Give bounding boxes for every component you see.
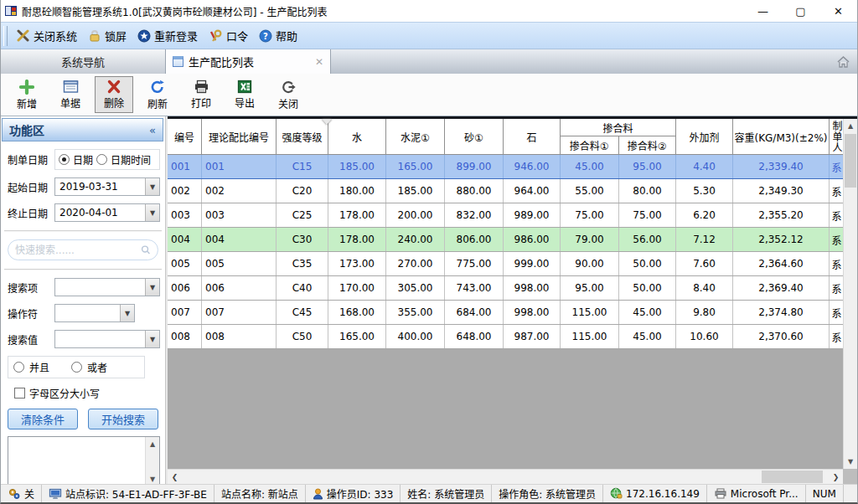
- chevron-down-icon[interactable]: ▼: [145, 279, 159, 296]
- table-cell[interactable]: C30: [277, 228, 328, 251]
- table-cell[interactable]: 964.00: [504, 179, 561, 203]
- search-value-select[interactable]: ▼: [54, 330, 160, 348]
- table-cell[interactable]: 7.60: [676, 252, 733, 275]
- scroll-down-icon[interactable]: ▼: [146, 472, 159, 484]
- delete-button[interactable]: 删除: [95, 76, 133, 113]
- table-cell[interactable]: 2,352.12: [733, 228, 830, 251]
- table-cell[interactable]: 989.00: [504, 203, 561, 227]
- column-header-admixture2[interactable]: 掺合料②: [619, 136, 676, 154]
- table-cell[interactable]: 165.00: [328, 325, 386, 348]
- refresh-button[interactable]: 刷新: [138, 76, 177, 113]
- toolbar-gripper[interactable]: [3, 26, 8, 46]
- scroll-right-icon[interactable]: ❯: [829, 470, 843, 484]
- table-cell[interactable]: 178.00: [328, 228, 386, 251]
- date-radio[interactable]: [59, 154, 70, 165]
- table-cell[interactable]: 006: [168, 276, 202, 300]
- search-icon[interactable]: [141, 244, 151, 256]
- table-cell[interactable]: 001: [168, 155, 202, 178]
- table-cell[interactable]: 880.00: [445, 179, 504, 203]
- table-cell[interactable]: 170.00: [328, 276, 386, 300]
- table-cell[interactable]: 946.00: [504, 155, 561, 178]
- password-button[interactable]: 口令: [204, 25, 255, 46]
- table-cell[interactable]: 180.00: [328, 179, 386, 203]
- add-button[interactable]: 新增: [8, 76, 46, 113]
- table-cell[interactable]: 998.00: [504, 276, 561, 300]
- table-cell[interactable]: 45.00: [619, 325, 676, 348]
- close-system-button[interactable]: 关闭系统: [12, 25, 84, 46]
- search-item-select[interactable]: ▼: [54, 278, 160, 296]
- table-cell[interactable]: 173.00: [328, 252, 386, 275]
- quick-search-box[interactable]: [8, 239, 158, 260]
- column-header-density[interactable]: 容重(KG/M3)(±2%): [733, 119, 830, 155]
- tab-system-nav[interactable]: 系统导航: [1, 49, 166, 74]
- column-header-water[interactable]: 水: [328, 119, 386, 155]
- table-cell[interactable]: 80.00: [619, 179, 676, 203]
- table-cell[interactable]: 115.00: [561, 301, 619, 324]
- column-header-sand[interactable]: 砂①: [445, 119, 504, 155]
- table-cell[interactable]: 001: [202, 155, 277, 178]
- table-cell[interactable]: 684.00: [445, 301, 504, 324]
- table-cell[interactable]: 45.00: [561, 155, 619, 178]
- column-header-theory-id[interactable]: 理论配比编号: [202, 119, 277, 155]
- start-date-picker[interactable]: 2019-03-31 ▼: [54, 177, 160, 196]
- table-cell[interactable]: 6.20: [676, 203, 733, 227]
- table-cell[interactable]: C45: [277, 301, 328, 324]
- table-cell[interactable]: 004: [202, 228, 277, 251]
- scroll-up-icon[interactable]: ▲: [146, 437, 159, 450]
- table-cell[interactable]: 2,370.60: [733, 325, 830, 348]
- table-row[interactable]: 005005C35173.00270.00775.00999.0090.0050…: [168, 252, 845, 276]
- table-cell[interactable]: 5.30: [676, 179, 733, 203]
- table-cell[interactable]: 775.00: [445, 252, 504, 275]
- print-button[interactable]: 打印: [182, 76, 220, 113]
- table-cell[interactable]: 006: [202, 276, 277, 300]
- table-cell[interactable]: 200.00: [386, 203, 445, 227]
- horizontal-scroll-thumb[interactable]: [762, 471, 823, 483]
- table-cell[interactable]: 007: [202, 301, 277, 324]
- table-cell[interactable]: 004: [168, 228, 202, 251]
- table-cell[interactable]: 95.00: [619, 155, 676, 178]
- table-cell[interactable]: 305.00: [386, 276, 445, 300]
- quick-search-input[interactable]: [15, 244, 141, 256]
- table-cell[interactable]: C15: [277, 155, 328, 178]
- table-cell[interactable]: 648.00: [445, 325, 504, 348]
- column-header-admixture[interactable]: 掺合料: [561, 119, 675, 136]
- column-header-cement[interactable]: 水泥①: [386, 119, 445, 155]
- tab-close-icon[interactable]: ✕: [315, 56, 323, 68]
- table-cell[interactable]: 400.00: [386, 325, 445, 348]
- close-button[interactable]: ✕: [819, 0, 857, 22]
- listbox-scrollbar[interactable]: ▲ ▼: [145, 437, 159, 484]
- export-button[interactable]: 导出: [225, 76, 264, 113]
- maximize-button[interactable]: ▢: [782, 0, 819, 22]
- help-button[interactable]: ? 帮助: [255, 25, 304, 46]
- table-cell[interactable]: 168.00: [328, 301, 386, 324]
- table-cell[interactable]: 45.00: [619, 301, 676, 324]
- table-cell[interactable]: 185.00: [386, 179, 445, 203]
- table-cell[interactable]: C20: [277, 179, 328, 203]
- table-row[interactable]: 001001C15185.00165.00899.00946.0045.0095…: [168, 154, 845, 179]
- table-cell[interactable]: 2,349.30: [733, 179, 830, 203]
- table-row[interactable]: 002002C20180.00185.00880.00964.0055.0080…: [168, 179, 845, 203]
- table-cell[interactable]: 240.00: [386, 228, 445, 251]
- minimize-button[interactable]: —: [744, 0, 782, 22]
- table-cell[interactable]: 003: [168, 203, 202, 227]
- table-cell[interactable]: 002: [202, 179, 277, 203]
- table-cell[interactable]: 90.00: [561, 252, 619, 275]
- datetime-radio[interactable]: [96, 154, 107, 165]
- table-cell[interactable]: 999.00: [504, 252, 561, 275]
- table-cell[interactable]: 50.00: [619, 276, 676, 300]
- collapse-panel-icon[interactable]: «: [149, 124, 156, 136]
- receipt-button[interactable]: 单据: [51, 76, 90, 113]
- table-cell[interactable]: 50.00: [619, 252, 676, 275]
- table-cell[interactable]: 743.00: [445, 276, 504, 300]
- column-header-additive[interactable]: 外加剂: [676, 119, 733, 155]
- table-cell[interactable]: 75.00: [619, 203, 676, 227]
- chevron-down-icon[interactable]: ▼: [145, 178, 159, 195]
- end-date-picker[interactable]: 2020-04-01 ▼: [54, 203, 160, 222]
- table-cell[interactable]: 8.40: [676, 276, 733, 300]
- table-cell[interactable]: 2,364.60: [733, 252, 830, 275]
- table-cell[interactable]: 832.00: [445, 203, 504, 227]
- table-cell[interactable]: 998.00: [504, 301, 561, 324]
- table-cell[interactable]: C35: [277, 252, 328, 275]
- table-cell[interactable]: 79.00: [561, 228, 619, 251]
- table-row[interactable]: 008008C50165.00400.00648.00987.00115.004…: [168, 325, 845, 349]
